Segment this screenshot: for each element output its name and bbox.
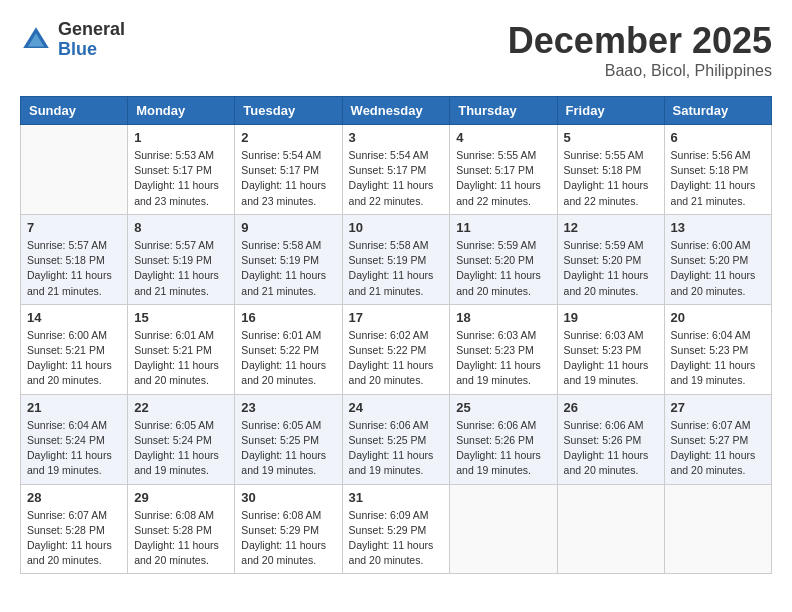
day-number: 9 [241,220,335,235]
day-info: Sunrise: 6:00 AM Sunset: 5:21 PM Dayligh… [27,328,121,389]
day-info: Sunrise: 6:07 AM Sunset: 5:28 PM Dayligh… [27,508,121,569]
day-number: 13 [671,220,765,235]
day-info: Sunrise: 6:07 AM Sunset: 5:27 PM Dayligh… [671,418,765,479]
calendar-cell: 11Sunrise: 5:59 AM Sunset: 5:20 PM Dayli… [450,214,557,304]
calendar-cell [21,125,128,215]
day-info: Sunrise: 5:59 AM Sunset: 5:20 PM Dayligh… [564,238,658,299]
day-info: Sunrise: 5:56 AM Sunset: 5:18 PM Dayligh… [671,148,765,209]
day-info: Sunrise: 6:02 AM Sunset: 5:22 PM Dayligh… [349,328,444,389]
day-info: Sunrise: 6:04 AM Sunset: 5:23 PM Dayligh… [671,328,765,389]
day-number: 21 [27,400,121,415]
day-info: Sunrise: 5:57 AM Sunset: 5:19 PM Dayligh… [134,238,228,299]
day-number: 11 [456,220,550,235]
calendar-cell: 8Sunrise: 5:57 AM Sunset: 5:19 PM Daylig… [128,214,235,304]
day-number: 27 [671,400,765,415]
calendar-cell: 26Sunrise: 6:06 AM Sunset: 5:26 PM Dayli… [557,394,664,484]
day-number: 25 [456,400,550,415]
calendar-cell: 18Sunrise: 6:03 AM Sunset: 5:23 PM Dayli… [450,304,557,394]
logo-blue: Blue [58,40,125,60]
calendar-cell [450,484,557,574]
calendar-cell: 30Sunrise: 6:08 AM Sunset: 5:29 PM Dayli… [235,484,342,574]
day-number: 18 [456,310,550,325]
day-number: 15 [134,310,228,325]
calendar-cell: 14Sunrise: 6:00 AM Sunset: 5:21 PM Dayli… [21,304,128,394]
logo-text: General Blue [58,20,125,60]
day-info: Sunrise: 6:08 AM Sunset: 5:29 PM Dayligh… [241,508,335,569]
calendar-cell: 4Sunrise: 5:55 AM Sunset: 5:17 PM Daylig… [450,125,557,215]
calendar-cell: 20Sunrise: 6:04 AM Sunset: 5:23 PM Dayli… [664,304,771,394]
day-info: Sunrise: 6:08 AM Sunset: 5:28 PM Dayligh… [134,508,228,569]
header-saturday: Saturday [664,97,771,125]
calendar-cell: 22Sunrise: 6:05 AM Sunset: 5:24 PM Dayli… [128,394,235,484]
header-monday: Monday [128,97,235,125]
day-number: 23 [241,400,335,415]
calendar-table: SundayMondayTuesdayWednesdayThursdayFrid… [20,96,772,574]
calendar-cell: 5Sunrise: 5:55 AM Sunset: 5:18 PM Daylig… [557,125,664,215]
day-info: Sunrise: 5:53 AM Sunset: 5:17 PM Dayligh… [134,148,228,209]
logo-icon [20,24,52,56]
day-number: 3 [349,130,444,145]
calendar-cell: 24Sunrise: 6:06 AM Sunset: 5:25 PM Dayli… [342,394,450,484]
day-info: Sunrise: 6:01 AM Sunset: 5:22 PM Dayligh… [241,328,335,389]
calendar-cell: 29Sunrise: 6:08 AM Sunset: 5:28 PM Dayli… [128,484,235,574]
logo: General Blue [20,20,125,60]
header-sunday: Sunday [21,97,128,125]
day-info: Sunrise: 6:05 AM Sunset: 5:25 PM Dayligh… [241,418,335,479]
calendar-cell: 27Sunrise: 6:07 AM Sunset: 5:27 PM Dayli… [664,394,771,484]
calendar-cell: 3Sunrise: 5:54 AM Sunset: 5:17 PM Daylig… [342,125,450,215]
header-tuesday: Tuesday [235,97,342,125]
day-number: 22 [134,400,228,415]
week-row-5: 28Sunrise: 6:07 AM Sunset: 5:28 PM Dayli… [21,484,772,574]
day-number: 14 [27,310,121,325]
day-number: 7 [27,220,121,235]
calendar-cell [664,484,771,574]
day-number: 19 [564,310,658,325]
title-block: December 2025 Baao, Bicol, Philippines [508,20,772,80]
calendar-header-row: SundayMondayTuesdayWednesdayThursdayFrid… [21,97,772,125]
calendar-cell: 17Sunrise: 6:02 AM Sunset: 5:22 PM Dayli… [342,304,450,394]
day-number: 30 [241,490,335,505]
week-row-3: 14Sunrise: 6:00 AM Sunset: 5:21 PM Dayli… [21,304,772,394]
day-info: Sunrise: 5:57 AM Sunset: 5:18 PM Dayligh… [27,238,121,299]
calendar-cell: 1Sunrise: 5:53 AM Sunset: 5:17 PM Daylig… [128,125,235,215]
day-number: 20 [671,310,765,325]
day-number: 26 [564,400,658,415]
day-info: Sunrise: 5:58 AM Sunset: 5:19 PM Dayligh… [349,238,444,299]
calendar-cell: 21Sunrise: 6:04 AM Sunset: 5:24 PM Dayli… [21,394,128,484]
page-header: General Blue December 2025 Baao, Bicol, … [20,20,772,80]
calendar-cell: 25Sunrise: 6:06 AM Sunset: 5:26 PM Dayli… [450,394,557,484]
day-info: Sunrise: 5:59 AM Sunset: 5:20 PM Dayligh… [456,238,550,299]
calendar-cell: 16Sunrise: 6:01 AM Sunset: 5:22 PM Dayli… [235,304,342,394]
day-info: Sunrise: 6:05 AM Sunset: 5:24 PM Dayligh… [134,418,228,479]
calendar-cell: 23Sunrise: 6:05 AM Sunset: 5:25 PM Dayli… [235,394,342,484]
week-row-1: 1Sunrise: 5:53 AM Sunset: 5:17 PM Daylig… [21,125,772,215]
calendar-cell: 6Sunrise: 5:56 AM Sunset: 5:18 PM Daylig… [664,125,771,215]
day-info: Sunrise: 6:06 AM Sunset: 5:26 PM Dayligh… [564,418,658,479]
day-info: Sunrise: 5:54 AM Sunset: 5:17 PM Dayligh… [241,148,335,209]
day-number: 28 [27,490,121,505]
day-info: Sunrise: 6:06 AM Sunset: 5:26 PM Dayligh… [456,418,550,479]
calendar-cell: 15Sunrise: 6:01 AM Sunset: 5:21 PM Dayli… [128,304,235,394]
header-thursday: Thursday [450,97,557,125]
day-info: Sunrise: 6:03 AM Sunset: 5:23 PM Dayligh… [564,328,658,389]
logo-general: General [58,20,125,40]
day-number: 29 [134,490,228,505]
calendar-cell: 28Sunrise: 6:07 AM Sunset: 5:28 PM Dayli… [21,484,128,574]
day-number: 5 [564,130,658,145]
day-number: 1 [134,130,228,145]
day-info: Sunrise: 5:55 AM Sunset: 5:18 PM Dayligh… [564,148,658,209]
day-info: Sunrise: 6:01 AM Sunset: 5:21 PM Dayligh… [134,328,228,389]
location-title: Baao, Bicol, Philippines [508,62,772,80]
calendar-cell [557,484,664,574]
day-number: 17 [349,310,444,325]
calendar-cell: 12Sunrise: 5:59 AM Sunset: 5:20 PM Dayli… [557,214,664,304]
day-info: Sunrise: 6:09 AM Sunset: 5:29 PM Dayligh… [349,508,444,569]
day-number: 16 [241,310,335,325]
week-row-4: 21Sunrise: 6:04 AM Sunset: 5:24 PM Dayli… [21,394,772,484]
day-number: 6 [671,130,765,145]
day-info: Sunrise: 5:55 AM Sunset: 5:17 PM Dayligh… [456,148,550,209]
day-number: 2 [241,130,335,145]
day-number: 24 [349,400,444,415]
month-title: December 2025 [508,20,772,62]
week-row-2: 7Sunrise: 5:57 AM Sunset: 5:18 PM Daylig… [21,214,772,304]
